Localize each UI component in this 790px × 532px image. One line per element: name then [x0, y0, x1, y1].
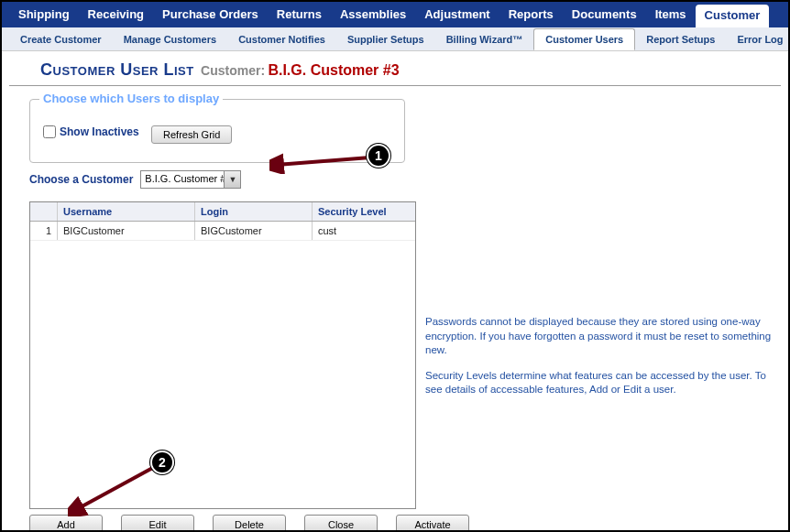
sub-tab-customer-users[interactable]: Customer Users	[533, 28, 635, 50]
row-login: BIGCustomer	[195, 222, 313, 240]
grid-header-login[interactable]: Login	[195, 202, 313, 221]
add-button[interactable]: Add	[29, 515, 103, 532]
user-grid: Username Login Security Level 1BIGCustom…	[29, 201, 416, 509]
main-tab-items[interactable]: Items	[646, 2, 696, 27]
main-tab-bar: ShippingReceivingPurchase OrdersReturnsA…	[2, 2, 788, 27]
page-subtitle: Customer:	[201, 63, 265, 78]
info-text-security: Security Levels determine what features …	[425, 369, 774, 397]
main-tab-customer[interactable]: Customer	[696, 5, 770, 27]
table-row[interactable]: 1BIGCustomerBIGCustomercust	[30, 222, 415, 241]
customer-dropdown[interactable]: B.I.G. Customer #3 ▼	[140, 170, 241, 189]
main-tab-assemblies[interactable]: Assemblies	[331, 2, 415, 27]
edit-button[interactable]: Edit	[121, 515, 194, 532]
row-username: BIGCustomer	[58, 222, 195, 240]
grid-header-row: Username Login Security Level	[30, 202, 415, 222]
customer-dropdown-value: B.I.G. Customer #3	[141, 171, 224, 188]
filter-legend: Choose which Users to display	[39, 92, 223, 105]
main-tab-shipping[interactable]: Shipping	[9, 2, 79, 27]
sub-tab-manage-customers[interactable]: Manage Customers	[113, 29, 227, 49]
sub-tab-billing-wizard-[interactable]: Billing Wizard™	[435, 29, 534, 49]
content-row: Username Login Security Level 1BIGCustom…	[2, 196, 788, 509]
page-title: Customer User List	[40, 60, 194, 79]
sub-tab-supplier-setups[interactable]: Supplier Setups	[336, 29, 435, 49]
page-customer-name: B.I.G. Customer #3	[268, 62, 399, 78]
filter-panel: Choose which Users to display Show Inact…	[29, 99, 405, 163]
grid-header-idx	[30, 202, 58, 221]
row-index: 1	[30, 222, 58, 240]
activate-button[interactable]: Activate	[396, 515, 469, 532]
main-tab-receiving[interactable]: Receiving	[79, 2, 153, 27]
delete-button[interactable]: Delete	[213, 515, 286, 532]
row-security: cust	[313, 222, 415, 240]
refresh-grid-button[interactable]: Refresh Grid	[151, 125, 232, 144]
main-tab-purchase-orders[interactable]: Purchase Orders	[153, 2, 268, 27]
main-tab-adjustment[interactable]: Adjustment	[415, 2, 499, 27]
main-tab-documents[interactable]: Documents	[563, 2, 646, 27]
annotation-badge-2: 2	[150, 451, 174, 474]
customer-picker-row: Choose a Customer B.I.G. Customer #3 ▼	[29, 170, 761, 189]
sub-tab-report-setups[interactable]: Report Setups	[635, 29, 726, 49]
annotation-badge-1: 1	[367, 144, 390, 168]
close-button[interactable]: Close	[304, 515, 378, 532]
choose-customer-label: Choose a Customer	[29, 173, 133, 186]
main-tab-returns[interactable]: Returns	[268, 2, 331, 27]
sub-tab-bar: Create CustomerManage CustomersCustomer …	[2, 27, 788, 51]
grid-header-security[interactable]: Security Level	[313, 202, 415, 221]
sub-tab-error-log[interactable]: Error Log	[726, 29, 788, 49]
chevron-down-icon[interactable]: ▼	[224, 171, 240, 188]
info-text-passwords: Passwords cannot be displayed because th…	[425, 315, 774, 358]
page-header: Customer User List Customer: B.I.G. Cust…	[9, 51, 781, 86]
show-inactives-checkbox[interactable]	[43, 125, 56, 138]
main-tab-reports[interactable]: Reports	[499, 2, 563, 27]
sub-tab-customer-notifies[interactable]: Customer Notifies	[227, 29, 336, 49]
info-panel: Passwords cannot be displayed because th…	[425, 315, 774, 408]
sub-tab-create-customer[interactable]: Create Customer	[9, 29, 113, 49]
grid-header-username[interactable]: Username	[58, 202, 195, 221]
action-button-row: Add Edit Delete Close Activate	[29, 515, 788, 532]
show-inactives-label: Show Inactives	[60, 125, 139, 138]
